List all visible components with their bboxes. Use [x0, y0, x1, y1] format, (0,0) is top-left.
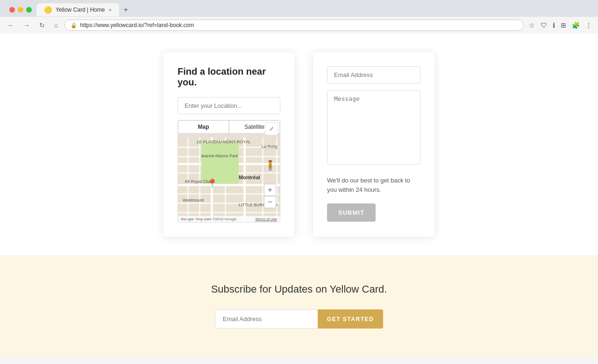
tab-title: Yellow Card | Home — [56, 7, 105, 13]
info-button[interactable]: ℹ — [551, 20, 556, 30]
address-text: https://www.yellowcard.io/?ref=land-book… — [80, 22, 194, 28]
address-bar[interactable]: 🔒 https://www.yellowcard.io/?ref=land-bo… — [64, 20, 524, 31]
map-visual: LE PLATEAU-MONT-ROYAL Jeanne-Mance Park … — [178, 137, 280, 222]
map-zoom-controls: + − — [264, 184, 276, 208]
map-label-plateau: LE PLATEAU-MONT-ROYAL — [197, 140, 251, 144]
map-person-icon: 🧍 — [264, 160, 276, 171]
map-data-text: Map data ©2019 Google — [196, 217, 236, 221]
submit-button[interactable]: SUBMIT — [327, 203, 376, 222]
browser-toolbar: ← → ↻ ⌂ 🔒 https://www.yellowcard.io/?ref… — [0, 17, 598, 34]
zoom-in-button[interactable]: + — [264, 184, 276, 196]
terms-of-use-link[interactable]: Terms of Use — [255, 217, 277, 221]
subscribe-title: Subscribe for Updates on Yellow Card. — [211, 283, 387, 295]
get-started-button[interactable]: GET STARTED — [318, 309, 383, 329]
subscribe-section: Subscribe for Updates on Yellow Card. GE… — [0, 255, 598, 357]
message-textarea[interactable] — [327, 90, 420, 165]
grid-button[interactable]: ⊞ — [559, 20, 568, 30]
map-label-montreal: Montréal — [239, 175, 260, 180]
map-container: Map Satellite ⤢ — [178, 120, 280, 223]
extension-button[interactable]: 🧩 — [570, 20, 581, 30]
map-footer: Google Map data ©2019 Google Terms of Us… — [178, 216, 280, 222]
new-tab-button[interactable]: + — [119, 3, 133, 17]
close-dot[interactable] — [9, 7, 15, 13]
toolbar-actions: ☆ 🛡 ℹ ⊞ 🧩 ⋮ — [527, 20, 593, 30]
window-controls — [5, 7, 36, 13]
form-note: We'll do our best to get back to you wit… — [327, 176, 420, 194]
map-fullscreen-button[interactable]: ⤢ — [265, 122, 278, 135]
forward-button[interactable]: → — [21, 21, 33, 30]
map-view-button[interactable]: Map — [178, 120, 229, 133]
back-button[interactable]: ← — [5, 21, 17, 30]
subscribe-email-input[interactable] — [215, 309, 318, 329]
home-button[interactable]: ⌂ — [51, 21, 61, 30]
map-label-jeanne: Jeanne-Mance Park — [200, 154, 238, 158]
browser-tab-bar: 🟡 Yellow Card | Home × + — [0, 0, 598, 17]
shield-button[interactable]: 🛡 — [539, 20, 548, 30]
map-marker-icon: 📍 — [207, 178, 217, 189]
map-roads: LE PLATEAU-MONT-ROYAL Jeanne-Mance Park … — [178, 137, 280, 222]
browser-chrome: 🟡 Yellow Card | Home × + ← → ↻ ⌂ 🔒 https… — [0, 0, 598, 34]
location-card-title: Find a location near you. — [178, 66, 280, 88]
map-park — [201, 142, 239, 184]
map-label-westmount: Westmount — [183, 198, 204, 203]
page-content: Find a location near you. Map Satellite … — [0, 34, 598, 357]
tab-close-button[interactable]: × — [108, 7, 111, 13]
zoom-out-button[interactable]: − — [264, 196, 276, 208]
location-input[interactable] — [178, 97, 280, 114]
refresh-button[interactable]: ↻ — [36, 21, 48, 30]
contact-card: We'll do our best to get back to you wit… — [313, 52, 434, 237]
menu-button[interactable]: ⋮ — [584, 20, 593, 30]
lock-icon: 🔒 — [71, 22, 77, 28]
bookmark-button[interactable]: ☆ — [527, 20, 536, 30]
location-card: Find a location near you. Map Satellite … — [164, 52, 294, 237]
map-label-laronge: La Rong — [262, 144, 278, 149]
active-tab[interactable]: 🟡 Yellow Card | Home × — [36, 3, 119, 16]
maximize-dot[interactable] — [26, 7, 32, 13]
main-section: Find a location near you. Map Satellite … — [0, 34, 598, 255]
map-data-label: Google Map data ©2019 Google — [181, 217, 236, 221]
subscribe-form: GET STARTED — [215, 309, 383, 329]
tab-favicon: 🟡 — [44, 6, 52, 14]
minimize-dot[interactable] — [18, 7, 23, 13]
email-input[interactable] — [327, 66, 420, 84]
